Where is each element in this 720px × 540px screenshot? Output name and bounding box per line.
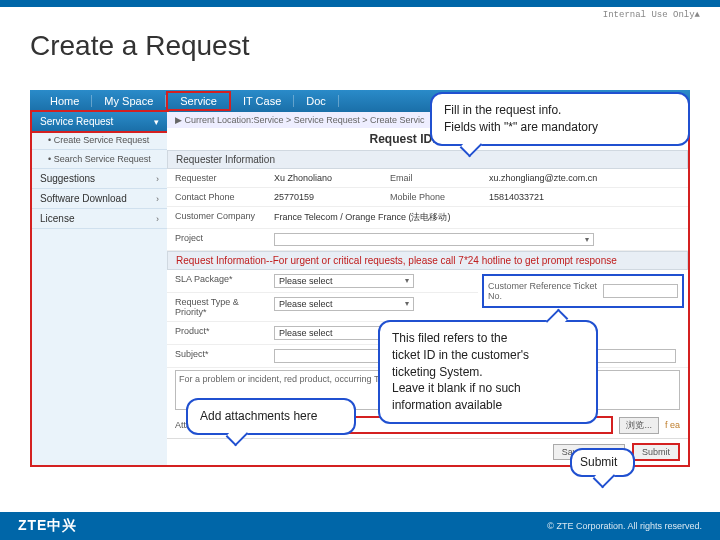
callout-submit: Submit — [570, 448, 635, 477]
label-mobile: Mobile Phone — [390, 190, 485, 204]
callout-ticket-info: This filed refers to the ticket ID in th… — [378, 320, 598, 424]
label-contact: Contact Phone — [175, 190, 270, 204]
label-product: Product* — [175, 324, 270, 342]
copyright: © ZTE Corporation. All rights reserved. — [547, 521, 702, 531]
sidebar-item-label: License — [40, 213, 74, 224]
nav-service[interactable]: Service — [166, 91, 231, 111]
nav-doc[interactable]: Doc — [294, 95, 339, 107]
sidebar-item-label: Suggestions — [40, 173, 95, 184]
chevron-right-icon: › — [156, 194, 159, 204]
sidebar-download[interactable]: Software Download› — [32, 189, 167, 209]
sidebar-search-request[interactable]: • Search Service Request — [32, 150, 167, 169]
label-email: Email — [390, 171, 485, 185]
sidebar-license[interactable]: License› — [32, 209, 167, 229]
sidebar-service-request[interactable]: Service Request▾ — [30, 110, 169, 133]
browse-button[interactable]: 浏览... — [619, 417, 659, 434]
sla-select[interactable]: Please select▾ — [274, 274, 414, 288]
nav-myspace[interactable]: My Space — [92, 95, 166, 107]
top-accent-bar — [0, 0, 720, 7]
label-ticket: Customer Reference Ticket No. — [488, 281, 603, 301]
label-project: Project — [175, 231, 270, 248]
sidebar-create-request[interactable]: • Create Service Request — [32, 131, 167, 150]
app-screenshot: Home My Space Service IT Case Doc Servic… — [30, 90, 690, 490]
chevron-right-icon: › — [156, 174, 159, 184]
sidebar-item-label: Service Request — [40, 116, 113, 127]
value-mobile: 15814033721 — [485, 190, 680, 204]
value-email: xu.zhongliang@zte.com.cn — [485, 171, 680, 185]
callout-attachment: Add attachments here — [186, 398, 356, 435]
classification-label: Internal Use Only▲ — [603, 10, 700, 20]
label-subject: Subject* — [175, 347, 270, 365]
chevron-down-icon: ▾ — [405, 276, 409, 286]
label-sla: SLA Package* — [175, 272, 270, 290]
slide-footer: ZTE中兴 © ZTE Corporation. All rights rese… — [0, 512, 720, 540]
sidebar: Service Request▾ • Create Service Reques… — [32, 112, 167, 465]
callout-fill-info: Fill in the request info. Fields with "*… — [430, 92, 690, 146]
nav-home[interactable]: Home — [38, 95, 92, 107]
value-company: France Telecom / Orange France (法电移动) — [270, 209, 680, 226]
section-request-info: Request Information--For urgent or criti… — [167, 251, 688, 270]
nav-itcase[interactable]: IT Case — [231, 95, 294, 107]
attach-note: f ea — [665, 420, 680, 430]
value-contact: 25770159 — [270, 190, 390, 204]
ticket-input[interactable] — [603, 284, 678, 298]
page-title: Create a Request — [30, 30, 249, 62]
label-company: Customer Company — [175, 209, 270, 226]
type-select[interactable]: Please select▾ — [274, 297, 414, 311]
ticket-box: Customer Reference Ticket No. — [482, 274, 684, 308]
section-requester-info: Requester Information — [167, 150, 688, 169]
label-type: Request Type & Priority* — [175, 295, 270, 319]
chevron-down-icon: ▾ — [154, 117, 159, 127]
zte-logo: ZTE中兴 — [18, 517, 77, 535]
value-project[interactable]: ▾ — [270, 231, 680, 248]
label-requester: Requester — [175, 171, 270, 185]
chevron-down-icon: ▾ — [405, 299, 409, 309]
sidebar-suggestions[interactable]: Suggestions› — [32, 169, 167, 189]
chevron-right-icon: › — [156, 214, 159, 224]
chevron-down-icon: ▾ — [585, 235, 589, 244]
submit-button[interactable]: Submit — [632, 443, 680, 461]
sidebar-item-label: Software Download — [40, 193, 127, 204]
value-requester: Xu Zhonoliano — [270, 171, 390, 185]
